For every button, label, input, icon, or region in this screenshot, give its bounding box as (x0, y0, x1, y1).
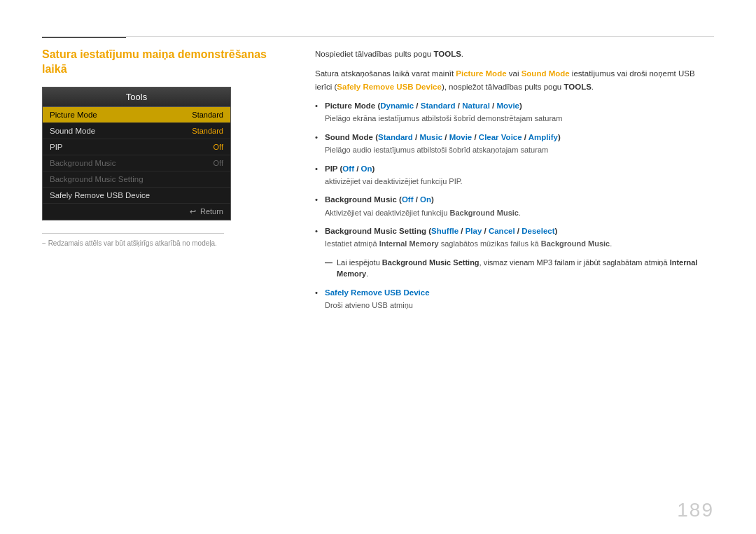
bullet-safely-remove-title: Safely Remove USB Device (325, 288, 430, 297)
tools-row-bg-music-label: Background Music (50, 159, 116, 167)
return-icon: ↩ (190, 207, 196, 216)
section-title: Satura iestatījumu maiņa demonstrēšanas … (42, 48, 280, 77)
footnote: − Redzamais attēls var būt atšķirīgs atk… (42, 239, 280, 247)
tools-row-safely-remove-label: Safely Remove USB Device (50, 191, 150, 199)
footnote-dash: − (42, 239, 48, 247)
intro-paragraph: Nospiediet tālvadības pults pogu TOOLS. (315, 48, 714, 60)
bullet-list: Picture Mode (Dynamic / Standard / Natur… (315, 100, 714, 250)
bullet-bg-music-title: Background Music (Off / On) (325, 195, 434, 204)
bullet-bg-music-desc: Aktivizējiet vai deaktivizējiet funkciju… (325, 207, 714, 219)
tools-row-picture-mode-value: Standard (192, 111, 223, 119)
bullet-pip-title: PIP (Off / On) (325, 164, 374, 173)
tools-menu: Tools Picture Mode Standard Sound Mode S… (42, 87, 231, 220)
tools-row-picture-mode-label: Picture Mode (50, 111, 97, 119)
tools-row-pip-value: Off (214, 143, 223, 151)
page-content: Satura iestatījumu maiņa demonstrēšanas … (42, 48, 714, 506)
footnote-text: Redzamais attēls var būt atšķirīgs atkar… (48, 239, 217, 247)
tools-footer-label: Return (200, 207, 223, 216)
tools-menu-header: Tools (43, 87, 230, 107)
tools-row-sound-mode[interactable]: Sound Mode Standard (43, 123, 230, 139)
bullet-sound-mode: Sound Mode (Standard / Music / Movie / C… (315, 132, 714, 156)
bullet-pip: PIP (Off / On) aktivizējiet vai deaktivi… (315, 163, 714, 188)
bullet-picture-mode: Picture Mode (Dynamic / Standard / Natur… (315, 100, 714, 125)
bullet-sound-mode-desc: Pielägo audio iestatījumus atbilstoši šo… (325, 144, 714, 156)
tools-row-picture-mode[interactable]: Picture Mode Standard (43, 107, 230, 123)
section-divider (42, 233, 224, 234)
note-text: Lai iespējotu Background Music Setting, … (337, 257, 714, 280)
tools-row-bg-music-setting[interactable]: Background Music Setting (43, 171, 230, 188)
tools-row-sound-mode-label: Sound Mode (50, 127, 95, 135)
bullet-sound-mode-title: Sound Mode (Standard / Music / Movie / C… (325, 133, 561, 141)
top-divider-line (42, 36, 714, 37)
tools-row-sound-mode-value: Standard (192, 127, 223, 135)
bullet-pip-desc: aktivizējiet vai deaktivizējiet funkciju… (325, 176, 714, 188)
bullet-list-safely: Safely Remove USB Device Droši atvieno U… (315, 287, 714, 311)
bullet-safely-remove-desc: Droši atvieno USB atmiņu (325, 300, 714, 311)
tools-menu-footer: ↩ Return (43, 204, 230, 220)
intro2-text: Satura atskaņošanas laikā varat mainīt P… (315, 69, 695, 90)
note-line: — Lai iespējotu Background Music Setting… (315, 257, 714, 280)
bullet-safely-remove: Safely Remove USB Device Droši atvieno U… (315, 287, 714, 311)
page-number: 189 (677, 499, 714, 521)
tools-row-pip-label: PIP (50, 143, 63, 151)
tools-row-bg-music-setting-label: Background Music Setting (50, 175, 144, 183)
bullet-bg-music-setting-desc: Iestatiet atmiņā Internal Memory saglabā… (325, 238, 714, 250)
bullet-bg-music: Background Music (Off / On) Aktivizējiet… (315, 194, 714, 218)
bullet-picture-mode-title: Picture Mode (Dynamic / Standard / Natur… (325, 101, 522, 110)
tools-row-pip[interactable]: PIP Off (43, 139, 230, 155)
tools-row-safely-remove[interactable]: Safely Remove USB Device (43, 188, 230, 204)
left-column: Satura iestatījumu maiņa demonstrēšanas … (42, 48, 280, 247)
intro-text: Nospiediet tālvadības pults pogu TOOLS. (315, 50, 463, 58)
intro2-paragraph: Satura atskaņošanas laikā varat mainīt P… (315, 67, 714, 93)
bullet-bg-music-setting-title: Background Music Setting (Shuffle / Play… (325, 227, 557, 235)
note-dash: — (325, 257, 332, 269)
tools-row-bg-music[interactable]: Background Music Off (43, 155, 230, 171)
tools-row-bg-music-value: Off (214, 159, 223, 167)
bullet-picture-mode-desc: Pielägo ekrāna iestatījumus atbilstoši š… (325, 113, 714, 125)
right-column: Nospiediet tālvadības pults pogu TOOLS. … (315, 48, 714, 318)
bullet-bg-music-setting: Background Music Setting (Shuffle / Play… (315, 225, 714, 250)
